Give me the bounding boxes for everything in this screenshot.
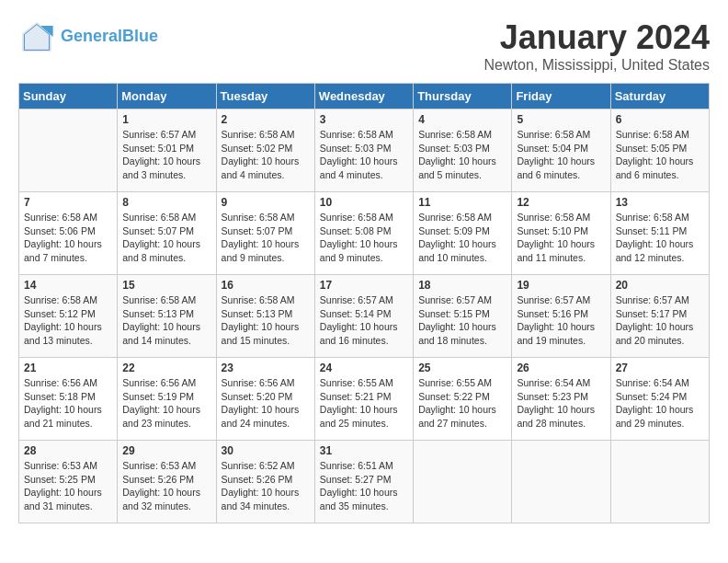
calendar-week-row: 28Sunrise: 6:53 AM Sunset: 5:25 PM Dayli… — [19, 441, 710, 523]
day-header-saturday: Saturday — [610, 84, 709, 109]
calendar-cell: 28Sunrise: 6:53 AM Sunset: 5:25 PM Dayli… — [19, 441, 118, 523]
day-number: 10 — [320, 196, 408, 209]
day-info: Sunrise: 6:54 AM Sunset: 5:23 PM Dayligh… — [517, 376, 605, 431]
day-number: 12 — [517, 196, 605, 209]
day-number: 28 — [24, 444, 112, 457]
calendar-cell: 21Sunrise: 6:56 AM Sunset: 5:18 PM Dayli… — [19, 358, 118, 441]
logo-line2: Blue — [122, 27, 158, 45]
day-header-tuesday: Tuesday — [216, 84, 314, 109]
day-info: Sunrise: 6:58 AM Sunset: 5:05 PM Dayligh… — [616, 128, 704, 182]
day-number: 25 — [418, 362, 506, 374]
calendar-cell: 26Sunrise: 6:54 AM Sunset: 5:23 PM Dayli… — [512, 358, 610, 441]
day-info: Sunrise: 6:53 AM Sunset: 5:25 PM Dayligh… — [24, 459, 112, 513]
day-header-thursday: Thursday — [414, 84, 512, 109]
day-info: Sunrise: 6:58 AM Sunset: 5:02 PM Dayligh… — [222, 128, 310, 182]
calendar-cell: 6Sunrise: 6:58 AM Sunset: 5:05 PM Daylig… — [610, 109, 709, 192]
day-number: 30 — [222, 444, 310, 457]
calendar-week-row: 14Sunrise: 6:58 AM Sunset: 5:12 PM Dayli… — [19, 275, 710, 358]
day-info: Sunrise: 6:58 AM Sunset: 5:13 PM Dayligh… — [222, 293, 310, 348]
calendar-cell: 10Sunrise: 6:58 AM Sunset: 5:08 PM Dayli… — [314, 192, 413, 275]
day-info: Sunrise: 6:58 AM Sunset: 5:06 PM Dayligh… — [24, 211, 112, 265]
logo: GeneralBlue — [18, 18, 158, 55]
day-info: Sunrise: 6:54 AM Sunset: 5:24 PM Dayligh… — [616, 376, 704, 431]
calendar-cell: 31Sunrise: 6:51 AM Sunset: 5:27 PM Dayli… — [314, 441, 413, 523]
calendar-cell: 16Sunrise: 6:58 AM Sunset: 5:13 PM Dayli… — [216, 275, 314, 358]
calendar-title: January 2024 — [484, 18, 710, 57]
day-number: 24 — [320, 362, 408, 374]
day-info: Sunrise: 6:51 AM Sunset: 5:27 PM Dayligh… — [320, 459, 408, 513]
day-number: 31 — [320, 444, 408, 457]
day-info: Sunrise: 6:55 AM Sunset: 5:22 PM Dayligh… — [418, 376, 506, 431]
calendar-cell — [610, 441, 709, 523]
day-header-friday: Friday — [512, 84, 610, 109]
day-number: 21 — [24, 362, 112, 374]
day-number: 15 — [122, 279, 210, 292]
day-number: 5 — [517, 113, 605, 126]
day-info: Sunrise: 6:56 AM Sunset: 5:19 PM Dayligh… — [122, 376, 210, 431]
day-info: Sunrise: 6:57 AM Sunset: 5:16 PM Dayligh… — [517, 293, 605, 348]
day-number: 3 — [320, 113, 408, 126]
calendar-week-row: 1Sunrise: 6:57 AM Sunset: 5:01 PM Daylig… — [19, 109, 710, 192]
calendar-body: 1Sunrise: 6:57 AM Sunset: 5:01 PM Daylig… — [19, 109, 710, 523]
calendar-cell: 22Sunrise: 6:56 AM Sunset: 5:19 PM Dayli… — [118, 358, 216, 441]
day-number: 26 — [517, 362, 605, 374]
calendar-cell: 12Sunrise: 6:58 AM Sunset: 5:10 PM Dayli… — [512, 192, 610, 275]
day-info: Sunrise: 6:58 AM Sunset: 5:07 PM Dayligh… — [122, 211, 210, 265]
calendar-cell: 20Sunrise: 6:57 AM Sunset: 5:17 PM Dayli… — [610, 275, 709, 358]
day-header-monday: Monday — [118, 84, 216, 109]
day-info: Sunrise: 6:52 AM Sunset: 5:26 PM Dayligh… — [222, 459, 310, 513]
day-header-sunday: Sunday — [19, 84, 118, 109]
calendar-table: SundayMondayTuesdayWednesdayThursdayFrid… — [18, 83, 710, 523]
day-info: Sunrise: 6:56 AM Sunset: 5:20 PM Dayligh… — [222, 376, 310, 431]
day-info: Sunrise: 6:57 AM Sunset: 5:14 PM Dayligh… — [320, 293, 408, 348]
calendar-cell: 18Sunrise: 6:57 AM Sunset: 5:15 PM Dayli… — [414, 275, 512, 358]
day-number: 22 — [122, 362, 210, 374]
calendar-cell: 8Sunrise: 6:58 AM Sunset: 5:07 PM Daylig… — [118, 192, 216, 275]
calendar-cell: 9Sunrise: 6:58 AM Sunset: 5:07 PM Daylig… — [216, 192, 314, 275]
calendar-cell — [414, 441, 512, 523]
calendar-cell: 4Sunrise: 6:58 AM Sunset: 5:03 PM Daylig… — [414, 109, 512, 192]
day-info: Sunrise: 6:58 AM Sunset: 5:13 PM Dayligh… — [122, 293, 210, 348]
calendar-cell: 17Sunrise: 6:57 AM Sunset: 5:14 PM Dayli… — [314, 275, 413, 358]
calendar-cell: 1Sunrise: 6:57 AM Sunset: 5:01 PM Daylig… — [118, 109, 216, 192]
day-number: 1 — [122, 113, 210, 126]
calendar-subtitle: Newton, Mississippi, United States — [484, 57, 710, 74]
day-info: Sunrise: 6:58 AM Sunset: 5:07 PM Dayligh… — [222, 211, 310, 265]
day-info: Sunrise: 6:57 AM Sunset: 5:15 PM Dayligh… — [418, 293, 506, 348]
day-number: 23 — [222, 362, 310, 374]
day-info: Sunrise: 6:57 AM Sunset: 5:17 PM Dayligh… — [616, 293, 704, 348]
day-header-wednesday: Wednesday — [314, 84, 413, 109]
calendar-cell: 27Sunrise: 6:54 AM Sunset: 5:24 PM Dayli… — [610, 358, 709, 441]
day-info: Sunrise: 6:58 AM Sunset: 5:10 PM Dayligh… — [517, 211, 605, 265]
day-number: 8 — [122, 196, 210, 209]
day-number: 16 — [222, 279, 310, 292]
calendar-cell: 11Sunrise: 6:58 AM Sunset: 5:09 PM Dayli… — [414, 192, 512, 275]
calendar-cell: 30Sunrise: 6:52 AM Sunset: 5:26 PM Dayli… — [216, 441, 314, 523]
title-area: January 2024 Newton, Mississippi, United… — [484, 18, 710, 74]
calendar-week-row: 21Sunrise: 6:56 AM Sunset: 5:18 PM Dayli… — [19, 358, 710, 441]
calendar-week-row: 7Sunrise: 6:58 AM Sunset: 5:06 PM Daylig… — [19, 192, 710, 275]
day-number: 6 — [616, 113, 704, 126]
calendar-cell: 19Sunrise: 6:57 AM Sunset: 5:16 PM Dayli… — [512, 275, 610, 358]
day-number: 11 — [418, 196, 506, 209]
day-info: Sunrise: 6:58 AM Sunset: 5:08 PM Dayligh… — [320, 211, 408, 265]
day-info: Sunrise: 6:57 AM Sunset: 5:01 PM Dayligh… — [122, 128, 210, 182]
day-number: 27 — [616, 362, 704, 374]
calendar-cell: 23Sunrise: 6:56 AM Sunset: 5:20 PM Dayli… — [216, 358, 314, 441]
day-info: Sunrise: 6:58 AM Sunset: 5:11 PM Dayligh… — [616, 211, 704, 265]
calendar-cell: 14Sunrise: 6:58 AM Sunset: 5:12 PM Dayli… — [19, 275, 118, 358]
day-number: 4 — [418, 113, 506, 126]
calendar-cell: 7Sunrise: 6:58 AM Sunset: 5:06 PM Daylig… — [19, 192, 118, 275]
logo-icon — [18, 18, 55, 55]
calendar-cell: 24Sunrise: 6:55 AM Sunset: 5:21 PM Dayli… — [314, 358, 413, 441]
calendar-cell: 25Sunrise: 6:55 AM Sunset: 5:22 PM Dayli… — [414, 358, 512, 441]
day-number: 2 — [222, 113, 310, 126]
day-number: 20 — [616, 279, 704, 292]
day-info: Sunrise: 6:58 AM Sunset: 5:09 PM Dayligh… — [418, 211, 506, 265]
day-number: 29 — [122, 444, 210, 457]
logo-text: GeneralBlue — [61, 28, 158, 46]
day-number: 7 — [24, 196, 112, 209]
calendar-cell — [512, 441, 610, 523]
day-number: 9 — [222, 196, 310, 209]
day-info: Sunrise: 6:58 AM Sunset: 5:04 PM Dayligh… — [517, 128, 605, 182]
